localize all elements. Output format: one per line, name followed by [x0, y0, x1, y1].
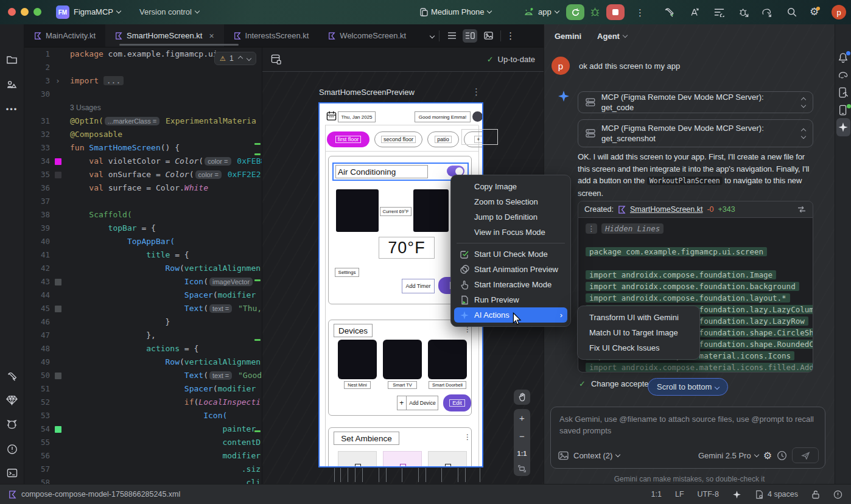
layout-grid-icon[interactable]	[271, 54, 281, 65]
code-line[interactable]: 46 }	[24, 315, 262, 329]
open-diff-icon[interactable]	[797, 206, 807, 213]
fold-icon[interactable]: ›	[55, 74, 60, 88]
prompt-settings-icon[interactable]: ⚙	[763, 450, 772, 461]
resource-manager-icon[interactable]	[0, 79, 24, 90]
status-file-name[interactable]: compose-compose-model-1758866285245.xml	[21, 490, 180, 499]
hidden-lines-icon[interactable]: ⋮	[586, 223, 597, 234]
cat-tool-icon[interactable]	[0, 419, 24, 430]
build-tool-icon[interactable]	[0, 371, 24, 382]
color-swatch[interactable]	[55, 158, 61, 165]
code-line[interactable]: 48 actions = {	[24, 342, 262, 355]
code-line[interactable]: 36 val surface = Color.White	[24, 181, 262, 195]
prev-issue-icon[interactable]	[237, 56, 242, 61]
menu-item[interactable]: Start UI Check Mode	[454, 247, 567, 262]
code-line[interactable]: 3›import ...	[24, 74, 262, 88]
zoom-fit-button[interactable]	[518, 465, 526, 472]
device-manager-icon[interactable]	[835, 87, 851, 98]
code-line[interactable]: 31@OptIn(...markerClass = ExperimentalMa…	[24, 114, 262, 128]
devices-card[interactable]: Devices ⋮ Nest Mini Smart TV Smart Doorb…	[328, 320, 472, 416]
code-line[interactable]: 51 Spacer(modifier	[24, 382, 262, 396]
mcp-tool-card[interactable]: MCP (Figma Remote Dev Mode MCP Server): …	[578, 119, 813, 147]
attach-image-icon[interactable]	[558, 451, 569, 460]
ambience-tile[interactable]	[383, 451, 422, 467]
submenu-item[interactable]: Match UI to Target Image	[581, 325, 696, 340]
menu-item[interactable]: Start Interactive Mode	[454, 277, 567, 292]
color-swatch[interactable]	[55, 279, 61, 285]
terminal-tool-icon[interactable]	[0, 468, 24, 478]
line-ending[interactable]: LF	[675, 490, 684, 499]
tab-overflow-chevron[interactable]	[430, 24, 434, 47]
more-actions-menu[interactable]: ⋮	[636, 7, 645, 18]
ac-settings-label[interactable]: Settings	[335, 268, 359, 277]
vcs-widget[interactable]: Version control	[139, 7, 199, 16]
project-selector[interactable]: FigmaMCP	[74, 7, 121, 16]
build-button[interactable]	[664, 7, 675, 18]
close-tab-icon[interactable]: ×	[209, 31, 214, 41]
task-list-button[interactable]	[713, 7, 725, 17]
notifications-icon[interactable]	[835, 52, 851, 63]
submenu-item[interactable]: Transform UI with Gemini	[581, 310, 696, 325]
editor-tab[interactable]: MainActivity.kt	[24, 24, 105, 47]
zoom-in-button[interactable]: +	[519, 413, 525, 423]
code-inspect-button[interactable]	[689, 7, 701, 18]
project-tool-icon[interactable]	[0, 54, 24, 65]
preview-title[interactable]: SmartHomeScreenPreview	[319, 88, 415, 97]
hidden-lines-label[interactable]: Hidden Lines	[601, 223, 664, 234]
code-line[interactable]: 41 title = {	[24, 248, 262, 262]
debug-button[interactable]	[589, 6, 601, 18]
code-line[interactable]: 32@Composable	[24, 128, 262, 141]
editor-options-menu[interactable]: ⋮	[506, 30, 515, 41]
menu-item[interactable]: Copy Image	[454, 179, 567, 194]
context-selector[interactable]: Context (2)	[573, 451, 620, 460]
color-swatch[interactable]	[55, 172, 61, 178]
zoom-out-button[interactable]: −	[519, 431, 525, 441]
preview-options-menu[interactable]: ⋮	[472, 86, 481, 97]
code-line[interactable]: 43 Icon(imageVector	[24, 275, 262, 289]
code-line[interactable]: 54 painter	[24, 422, 262, 436]
code-line[interactable]: 57 .siz	[24, 463, 262, 476]
code-line[interactable]: 37	[24, 195, 262, 208]
created-file-link[interactable]: SmartHomeScreen.kt	[630, 205, 702, 214]
code-line[interactable]: 53 Icon(	[24, 409, 262, 422]
prompt-input[interactable]: Ask Gemini, use @filename to attach sour…	[550, 407, 825, 469]
close-window-button[interactable]	[8, 8, 16, 16]
code-line[interactable]: 47 },	[24, 329, 262, 342]
code-line[interactable]: 42 Row(verticalAlignmen	[24, 262, 262, 275]
code-line[interactable]: 45 Text(text = "Thu,	[24, 302, 262, 315]
send-button[interactable]	[792, 447, 819, 463]
user-avatar[interactable]: p	[832, 5, 846, 19]
color-swatch[interactable]	[55, 306, 61, 312]
running-devices-icon[interactable]	[835, 105, 851, 116]
inspection-widget[interactable]: ⚠ 1	[214, 52, 256, 65]
stop-button[interactable]	[606, 4, 625, 20]
settings-button[interactable]: ⚙	[810, 5, 819, 18]
more-tools-icon[interactable]: •••	[0, 105, 24, 114]
maximize-window-button[interactable]	[33, 8, 41, 16]
devices-options-menu[interactable]: ⋮	[464, 326, 471, 332]
color-swatch[interactable]	[55, 373, 61, 379]
code-line[interactable]: 3 Usages	[24, 101, 262, 114]
gradle-icon[interactable]	[835, 71, 851, 80]
preview-view-button[interactable]	[481, 29, 496, 43]
add-timer-button[interactable]: Add Timer	[402, 279, 435, 293]
error-indicator-icon[interactable]	[833, 490, 842, 499]
add-device-button[interactable]: +Add Device	[397, 396, 438, 410]
device-selector[interactable]: Medium Phone	[431, 7, 491, 16]
color-swatch[interactable]	[55, 426, 61, 433]
zoom-actual-button[interactable]: 1:1	[517, 450, 527, 457]
mcp-tool-card[interactable]: MCP (Figma Remote Dev Mode MCP Server): …	[578, 91, 813, 113]
code-line[interactable]: 55 contentD	[24, 436, 262, 449]
menu-item[interactable]: Run Preview	[454, 292, 567, 307]
edit-devices-button[interactable]: Edit	[443, 394, 471, 411]
floor-chip[interactable]: second floor	[374, 131, 422, 147]
gradle-sync-button[interactable]	[761, 7, 773, 18]
menu-item[interactable]: Start Animation Preview	[454, 262, 567, 277]
code-line[interactable]: 34 val violetColor = Color(color = 0xFEB…	[24, 155, 262, 168]
file-encoding[interactable]: UTF-8	[698, 490, 719, 499]
ambience-options-menu[interactable]: ⋮	[464, 434, 471, 440]
code-view-button[interactable]	[444, 29, 459, 43]
code-line[interactable]: 33fun SmartHomeScreen() {	[24, 141, 262, 155]
code-line[interactable]: 30	[24, 88, 262, 101]
expand-icon[interactable]	[802, 98, 805, 107]
gem-tool-icon[interactable]	[0, 395, 24, 405]
